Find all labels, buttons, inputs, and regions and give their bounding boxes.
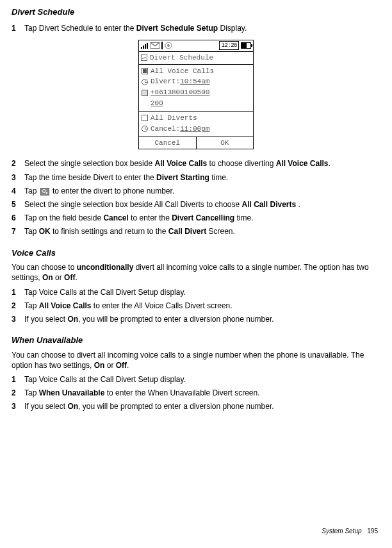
- ok-button[interactable]: OK: [196, 137, 254, 149]
- bold: Divert Starting: [156, 173, 209, 182]
- wu-step-1: 1 Tap Voice Calls at the Call Divert Set…: [12, 374, 380, 385]
- svg-rect-5: [161, 42, 163, 49]
- clock-icon: [141, 78, 149, 86]
- bold: Off: [116, 361, 127, 370]
- step-text: Select the single selection box beside A…: [24, 199, 380, 210]
- step-number: 1: [12, 287, 24, 297]
- step-text: Tap OK to finish settings and return to …: [24, 226, 380, 237]
- clock-icon: [141, 125, 149, 133]
- svg-rect-2: [145, 44, 146, 49]
- row-phone-number-cont[interactable]: 200: [141, 98, 251, 109]
- phone-mockup: 12:26 Divert Schedule All Voice Calls Di…: [138, 40, 254, 150]
- step-number: 3: [12, 401, 24, 411]
- checkbox-icon[interactable]: [141, 114, 149, 122]
- bold: All Voice Calls: [276, 159, 329, 168]
- intro-voice-calls: You can choose to unconditionally divert…: [12, 262, 380, 283]
- section-title-when-unavailable: When Unavailable: [12, 335, 380, 346]
- step-2: 2 Select the single selection box beside…: [12, 158, 380, 169]
- step-4: 4 Tap to enter the divert to phone numbe…: [12, 186, 380, 196]
- bold: All Call Diverts: [242, 200, 297, 209]
- row-phone-number[interactable]: +8613800100500: [141, 87, 251, 98]
- title-icon: [141, 54, 147, 61]
- screen-title-row: Divert Schedule: [139, 52, 253, 65]
- all-diverts-block: All Diverts Cancel:11:00pm: [139, 112, 253, 137]
- step-7: 7 Tap OK to finish settings and return t…: [12, 226, 380, 237]
- step-number: 3: [12, 314, 24, 324]
- sep-icon: [161, 42, 163, 49]
- row-divert-time[interactable]: Divert:10:54am: [141, 76, 251, 87]
- step-text: Tap Voice Calls at the Call Divert Setup…: [24, 374, 380, 385]
- text: or: [53, 273, 64, 282]
- text: .: [296, 200, 300, 209]
- text: Tap: [24, 187, 39, 195]
- text: You can choose to divert all incoming vo…: [12, 351, 364, 370]
- wu-step-2: 2 Tap When Unavailable to enter the When…: [12, 388, 380, 398]
- row-value[interactable]: 11:00pm: [180, 124, 209, 134]
- contact-icon[interactable]: [141, 89, 149, 97]
- step-text: Tap the time beside Divert to enter the …: [24, 172, 380, 183]
- voice-calls-block: All Voice Calls Divert:10:54am +86138001…: [139, 65, 253, 112]
- step-number: 5: [12, 199, 24, 210]
- bold: On: [42, 273, 53, 282]
- signal-icon: [141, 42, 149, 49]
- step-number: 1: [12, 374, 24, 385]
- bold: Divert Cancelling: [172, 213, 234, 222]
- bold: On: [67, 402, 78, 411]
- section-title-divert-schedule: Divert Schedule: [12, 6, 380, 18]
- bold: All Voice Calls: [154, 159, 207, 168]
- text: to enter the All Voice Calls Divert scre…: [92, 301, 233, 310]
- status-bar: 12:26: [139, 40, 253, 52]
- step-3: 3 Tap the time beside Divert to enter th…: [12, 172, 380, 183]
- text: to enter the divert to phone number.: [51, 187, 174, 195]
- text: Tap on the field beside: [24, 213, 103, 222]
- text: Tap the time beside Divert to enter the: [24, 173, 156, 182]
- row-value[interactable]: 200: [151, 99, 163, 108]
- text: If you select: [24, 402, 67, 411]
- step-number: 2: [12, 388, 24, 398]
- bold: On: [67, 315, 78, 324]
- row-cancel-time[interactable]: Cancel:11:00pm: [141, 124, 251, 135]
- row-all-diverts[interactable]: All Diverts: [141, 113, 251, 124]
- row-value[interactable]: +8613800100500: [151, 88, 209, 97]
- bold: Divert Schedule: [136, 24, 195, 33]
- footer-label: System Setup: [322, 527, 361, 535]
- step-text: Select the single selection box beside A…: [24, 158, 380, 169]
- step-text: If you select On, you will be prompted t…: [24, 314, 380, 324]
- bold: All Voice Calls: [39, 301, 92, 310]
- step-number: 2: [12, 301, 24, 311]
- text: or: [104, 361, 115, 370]
- contact-icon: [40, 188, 49, 195]
- step-text: Tap on the field beside Cancel to enter …: [24, 213, 380, 223]
- step-text: Tap Divert Schedule to enter the Divert …: [24, 23, 380, 33]
- vc-step-3: 3 If you select On, you will be prompted…: [12, 314, 380, 324]
- text: Select the single selection box beside A…: [24, 200, 242, 209]
- bold: On: [94, 361, 105, 370]
- text: , you will be prompted to enter a divers…: [78, 315, 274, 324]
- spacer: [141, 100, 149, 108]
- step-6: 6 Tap on the field beside Cancel to ente…: [12, 213, 380, 223]
- vc-step-1: 1 Tap Voice Calls at the Call Divert Set…: [12, 287, 380, 297]
- bold: OK: [39, 227, 51, 236]
- text: Select the single selection box beside: [24, 159, 154, 168]
- checkbox-icon[interactable]: [141, 67, 149, 75]
- text: to enter the: [129, 213, 172, 222]
- text: Tap Divert Schedule to enter the: [24, 24, 136, 33]
- cancel-button[interactable]: Cancel: [139, 137, 196, 149]
- row-all-voice[interactable]: All Voice Calls: [141, 66, 251, 77]
- step-number: 3: [12, 172, 24, 183]
- vc-step-2: 2 Tap All Voice Calls to enter the All V…: [12, 301, 380, 311]
- step-5: 5 Select the single selection box beside…: [12, 199, 380, 210]
- row-label: Cancel:: [151, 124, 180, 134]
- envelope-icon: [151, 42, 159, 49]
- step-number: 7: [12, 226, 24, 237]
- text: If you select: [24, 315, 67, 324]
- wu-step-3: 3 If you select On, you will be prompted…: [12, 401, 380, 411]
- bold: Off: [64, 273, 75, 282]
- page-number: 195: [367, 527, 378, 535]
- row-value[interactable]: 10:54am: [180, 77, 209, 87]
- step-number: 4: [12, 186, 24, 196]
- bold: Call Divert: [168, 227, 206, 236]
- step-text: Tap to enter the divert to phone number.: [24, 186, 380, 196]
- step-number: 1: [12, 23, 24, 33]
- text: , you will be prompted to enter a divers…: [78, 402, 274, 411]
